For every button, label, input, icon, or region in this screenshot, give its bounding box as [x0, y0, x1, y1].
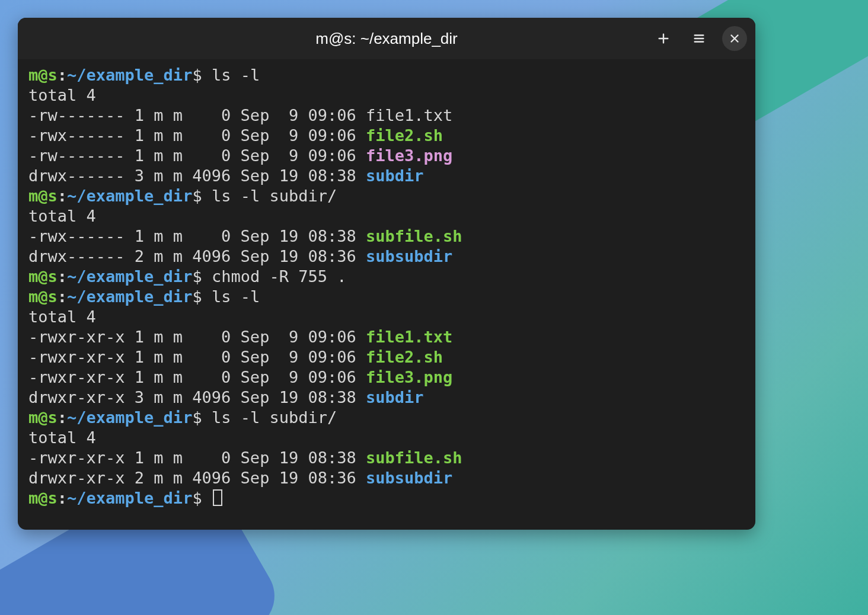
output-text: total 4: [28, 86, 96, 104]
prompt-path: ~/example_dir: [67, 267, 192, 286]
prompt-user: m: [28, 66, 38, 84]
prompt-path: ~/example_dir: [67, 66, 192, 84]
command-text: chmod -R 755 .: [212, 267, 347, 286]
output-text: drwx------ 2 m m 4096 Sep 19 08:36: [28, 247, 366, 265]
prompt-line: m@s:~/example_dir$ ls -l subdir/: [28, 408, 745, 428]
output-text: -rwxr-xr-x 1 m m 0 Sep 9 09:06: [28, 348, 366, 366]
prompt-dollar: $: [192, 66, 212, 84]
output-text: total 4: [28, 428, 96, 447]
prompt-colon: :: [58, 408, 67, 427]
prompt-path: ~/example_dir: [67, 287, 192, 306]
prompt-host: s: [48, 287, 58, 306]
cursor: [213, 489, 222, 506]
output-line: total 4: [28, 206, 745, 226]
terminal-window: m@s: ~/example_dir m@s:~/example_dir$ ls…: [18, 18, 755, 530]
prompt-user: m: [28, 489, 38, 507]
output-line: total 4: [28, 85, 745, 105]
prompt-line: m@s:~/example_dir$: [28, 488, 745, 508]
prompt-at: @: [38, 267, 47, 286]
prompt-line: m@s:~/example_dir$ ls -l subdir/: [28, 186, 745, 206]
prompt-at: @: [38, 187, 47, 205]
close-button[interactable]: [722, 26, 747, 51]
exec-filename: file2.sh: [366, 348, 443, 366]
prompt-path: ~/example_dir: [67, 408, 192, 427]
prompt-line: m@s:~/example_dir$ ls -l: [28, 287, 745, 307]
prompt-path: ~/example_dir: [67, 489, 192, 507]
window-title: m@s: ~/example_dir: [315, 30, 458, 48]
output-line: -rw------- 1 m m 0 Sep 9 09:06 file1.txt: [28, 105, 745, 126]
output-line: -rwxr-xr-x 1 m m 0 Sep 9 09:06 file2.sh: [28, 347, 745, 367]
dir-filename: subdir: [366, 166, 424, 185]
prompt-host: s: [48, 408, 58, 427]
prompt-host: s: [48, 187, 58, 205]
prompt-colon: :: [58, 66, 67, 84]
window-buttons: [651, 18, 747, 59]
prompt-user: m: [28, 187, 38, 205]
prompt-dollar: $: [192, 408, 212, 427]
output-line: drwx------ 2 m m 4096 Sep 19 08:36 subsu…: [28, 246, 745, 267]
dir-filename: subdir: [366, 388, 424, 406]
dir-filename: subsubdir: [366, 247, 452, 265]
output-line: -rwxr-xr-x 1 m m 0 Sep 9 09:06 file1.txt: [28, 327, 745, 347]
new-tab-button[interactable]: [651, 26, 676, 51]
output-line: total 4: [28, 428, 745, 448]
prompt-at: @: [38, 66, 47, 84]
output-text: drwxr-xr-x 2 m m 4096 Sep 19 08:36: [28, 469, 366, 487]
output-text: -rwx------ 1 m m 0 Sep 9 09:06: [28, 126, 366, 145]
exec-filename: file3.png: [366, 368, 452, 386]
output-line: drwxr-xr-x 3 m m 4096 Sep 19 08:38 subdi…: [28, 387, 745, 408]
prompt-dollar: $: [192, 489, 212, 507]
output-line: -rwx------ 1 m m 0 Sep 9 09:06 file2.sh: [28, 126, 745, 146]
prompt-colon: :: [58, 489, 67, 507]
prompt-colon: :: [58, 267, 67, 286]
prompt-host: s: [48, 66, 58, 84]
output-text: -rwxr-xr-x 1 m m 0 Sep 9 09:06: [28, 368, 366, 386]
prompt-at: @: [38, 287, 47, 306]
output-line: -rw------- 1 m m 0 Sep 9 09:06 file3.png: [28, 146, 745, 166]
prompt-dollar: $: [192, 287, 212, 306]
prompt-line: m@s:~/example_dir$ ls -l: [28, 65, 745, 85]
titlebar: m@s: ~/example_dir: [18, 18, 755, 59]
prompt-path: ~/example_dir: [67, 187, 192, 205]
command-text: ls -l subdir/: [212, 408, 337, 427]
prompt-host: s: [48, 267, 58, 286]
output-line: total 4: [28, 307, 745, 327]
output-line: -rwx------ 1 m m 0 Sep 19 08:38 subfile.…: [28, 226, 745, 246]
prompt-at: @: [38, 489, 47, 507]
command-text: ls -l: [212, 287, 260, 306]
exec-filename: file2.sh: [366, 126, 443, 145]
prompt-host: s: [48, 489, 58, 507]
output-text: -rwxr-xr-x 1 m m 0 Sep 19 08:38: [28, 449, 366, 467]
output-text: drwxr-xr-x 3 m m 4096 Sep 19 08:38: [28, 388, 366, 406]
command-text: ls -l: [212, 66, 260, 84]
output-line: drwxr-xr-x 2 m m 4096 Sep 19 08:36 subsu…: [28, 468, 745, 488]
output-text: drwx------ 3 m m 4096 Sep 19 08:38: [28, 166, 366, 185]
exec-filename: subfile.sh: [366, 449, 462, 467]
output-text: total 4: [28, 308, 96, 326]
command-text: ls -l subdir/: [212, 187, 337, 205]
terminal-body[interactable]: m@s:~/example_dir$ ls -ltotal 4-rw------…: [18, 59, 755, 530]
output-line: -rwxr-xr-x 1 m m 0 Sep 9 09:06 file3.png: [28, 367, 745, 387]
dir-filename: subsubdir: [366, 469, 452, 487]
prompt-at: @: [38, 408, 47, 427]
prompt-line: m@s:~/example_dir$ chmod -R 755 .: [28, 267, 745, 287]
prompt-user: m: [28, 408, 38, 427]
png-filename: file3.png: [366, 146, 452, 165]
plus-icon: [657, 32, 670, 45]
output-line: -rwxr-xr-x 1 m m 0 Sep 19 08:38 subfile.…: [28, 448, 745, 468]
output-text: -rw------- 1 m m 0 Sep 9 09:06 file1.txt: [28, 106, 452, 124]
exec-filename: file1.txt: [366, 328, 452, 346]
exec-filename: subfile.sh: [366, 227, 462, 245]
prompt-colon: :: [58, 287, 67, 306]
prompt-colon: :: [58, 187, 67, 205]
output-text: -rwx------ 1 m m 0 Sep 19 08:38: [28, 227, 366, 245]
hamburger-icon: [693, 32, 706, 45]
prompt-dollar: $: [192, 187, 212, 205]
output-text: total 4: [28, 207, 96, 225]
prompt-dollar: $: [192, 267, 212, 286]
menu-button[interactable]: [687, 26, 711, 51]
output-text: -rw------- 1 m m 0 Sep 9 09:06: [28, 146, 366, 165]
prompt-user: m: [28, 267, 38, 286]
output-line: drwx------ 3 m m 4096 Sep 19 08:38 subdi…: [28, 166, 745, 186]
output-text: -rwxr-xr-x 1 m m 0 Sep 9 09:06: [28, 328, 366, 346]
